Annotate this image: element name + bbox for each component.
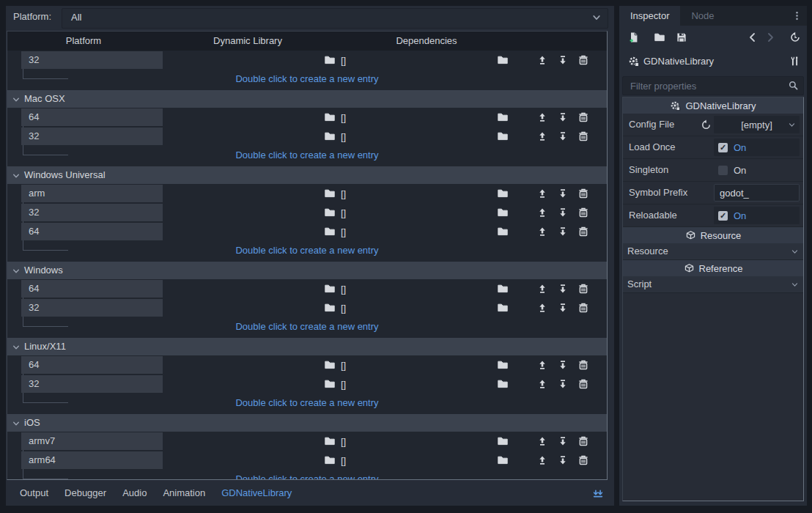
platform-entry-row[interactable]: 64 [] (7, 222, 607, 241)
create-entry-hint-label[interactable]: Double click to create a new entry (235, 473, 378, 480)
inspector-category[interactable]: Resource (623, 227, 803, 243)
chevron-down-icon[interactable] (12, 267, 21, 276)
folder-browse-icon[interactable] (324, 207, 336, 218)
chevron-down-icon[interactable] (12, 419, 21, 428)
delete-icon[interactable] (577, 454, 589, 466)
history-icon[interactable] (789, 32, 801, 43)
dynamic-library-value[interactable]: [] (341, 55, 346, 66)
folder-browse-icon[interactable] (324, 302, 336, 314)
revert-icon[interactable] (701, 119, 712, 130)
create-entry-hint-label[interactable]: Double click to create a new entry (235, 73, 378, 84)
tab-node[interactable]: Node (680, 6, 725, 26)
move-down-icon[interactable] (557, 359, 569, 371)
folder-browse-icon[interactable] (324, 226, 336, 237)
platform-cell[interactable]: 32 (21, 128, 163, 145)
move-down-icon[interactable] (557, 226, 569, 237)
move-down-icon[interactable] (557, 454, 569, 466)
edited-object-bar[interactable]: GDNativeLibrary (619, 50, 807, 73)
create-entry-hint-label[interactable]: Double click to create a new entry (235, 321, 378, 332)
move-up-icon[interactable] (536, 188, 548, 199)
platform-cell[interactable]: 64 (21, 356, 163, 374)
checkbox[interactable]: ✓ (718, 211, 728, 221)
platform-entry-row[interactable]: 64 [] (7, 108, 607, 127)
bottom-panel-tab[interactable]: GDNativeLibrary (213, 480, 300, 506)
move-up-icon[interactable] (536, 207, 548, 218)
move-down-icon[interactable] (557, 188, 569, 199)
delete-icon[interactable] (577, 111, 589, 123)
move-up-icon[interactable] (536, 130, 548, 142)
platform-entry-row[interactable]: arm [] (7, 184, 607, 203)
property-row[interactable]: Reloadable ✓ On (623, 204, 803, 227)
move-up-icon[interactable] (536, 435, 548, 447)
dynamic-library-value[interactable]: [] (341, 207, 346, 218)
folder-browse-icon[interactable] (497, 130, 509, 142)
delete-icon[interactable] (577, 435, 589, 447)
delete-icon[interactable] (577, 188, 589, 199)
delete-icon[interactable] (577, 378, 589, 390)
move-down-icon[interactable] (557, 130, 569, 142)
chevron-down-icon[interactable] (12, 95, 21, 104)
delete-icon[interactable] (577, 226, 589, 237)
move-up-icon[interactable] (536, 54, 548, 66)
dynamic-library-value[interactable]: [] (341, 436, 346, 447)
folder-browse-icon[interactable] (497, 188, 509, 199)
property-value[interactable]: godot_ (714, 184, 800, 202)
platform-cell[interactable]: 64 (21, 223, 163, 240)
inspector-subsection-row[interactable]: Script (623, 276, 803, 293)
move-down-icon[interactable] (557, 111, 569, 123)
tab-inspector[interactable]: Inspector (619, 6, 680, 26)
folder-browse-icon[interactable] (497, 454, 509, 466)
folder-browse-icon[interactable] (324, 54, 336, 66)
property-row[interactable]: Symbol Prefix godot_ (623, 182, 803, 204)
dynamic-library-value[interactable]: [] (341, 112, 346, 123)
delete-icon[interactable] (577, 359, 589, 371)
platform-entry-row[interactable]: 64 [] (7, 355, 607, 374)
create-entry-hint-label[interactable]: Double click to create a new entry (235, 245, 378, 256)
create-entry-hint[interactable]: Double click to create a new entry (7, 241, 607, 260)
bottom-panel-tab[interactable]: Output (12, 480, 56, 506)
dynamic-library-value[interactable]: [] (341, 188, 346, 199)
create-entry-hint[interactable]: Double click to create a new entry (7, 394, 607, 413)
folder-browse-icon[interactable] (497, 226, 509, 237)
platform-section-header[interactable]: Mac OSX (7, 90, 607, 108)
folder-browse-icon[interactable] (497, 302, 509, 314)
create-entry-hint-label[interactable]: Double click to create a new entry (235, 150, 378, 160)
dock-menu-icon[interactable] (791, 10, 802, 21)
history-back-icon[interactable] (747, 32, 759, 43)
delete-icon[interactable] (577, 130, 589, 142)
folder-browse-icon[interactable] (497, 378, 509, 390)
dynamic-library-value[interactable]: [] (341, 131, 346, 142)
property-value[interactable]: On (714, 161, 800, 179)
load-resource-icon[interactable] (654, 32, 665, 43)
folder-browse-icon[interactable] (324, 283, 336, 295)
folder-browse-icon[interactable] (497, 111, 509, 123)
move-down-icon[interactable] (557, 283, 569, 295)
checkbox[interactable] (718, 166, 728, 175)
folder-browse-icon[interactable] (497, 283, 509, 295)
move-up-icon[interactable] (536, 283, 548, 295)
filter-properties-input[interactable] (629, 77, 778, 95)
property-value[interactable]: [empty] (714, 116, 800, 133)
move-up-icon[interactable] (536, 454, 548, 466)
platform-section-header[interactable]: Windows (7, 262, 607, 279)
platform-entry-row[interactable]: 32 [] (7, 374, 607, 394)
move-down-icon[interactable] (557, 54, 569, 66)
chevron-down-icon[interactable] (12, 171, 21, 180)
create-entry-hint-label[interactable]: Double click to create a new entry (235, 397, 378, 408)
platform-cell[interactable]: 32 (21, 204, 163, 221)
inspector-category[interactable]: Reference (623, 260, 803, 276)
platform-cell[interactable]: arm (21, 185, 163, 202)
dynamic-library-value[interactable]: [] (341, 455, 346, 466)
folder-browse-icon[interactable] (324, 454, 336, 466)
platform-cell[interactable]: 32 (21, 299, 163, 317)
folder-browse-icon[interactable] (324, 111, 336, 123)
property-checkbox-wrap[interactable]: ✓ On (714, 207, 800, 224)
platform-cell[interactable]: armv7 (21, 432, 163, 450)
chevron-down-icon[interactable] (12, 343, 21, 352)
inspector-subsection-row[interactable]: Resource (623, 243, 803, 260)
platform-entry-row[interactable]: 32 [] (7, 298, 607, 317)
history-forward-icon[interactable] (764, 32, 776, 43)
folder-browse-icon[interactable] (497, 359, 509, 371)
folder-browse-icon[interactable] (497, 54, 509, 66)
bottom-panel-tab[interactable]: Audio (114, 480, 155, 506)
